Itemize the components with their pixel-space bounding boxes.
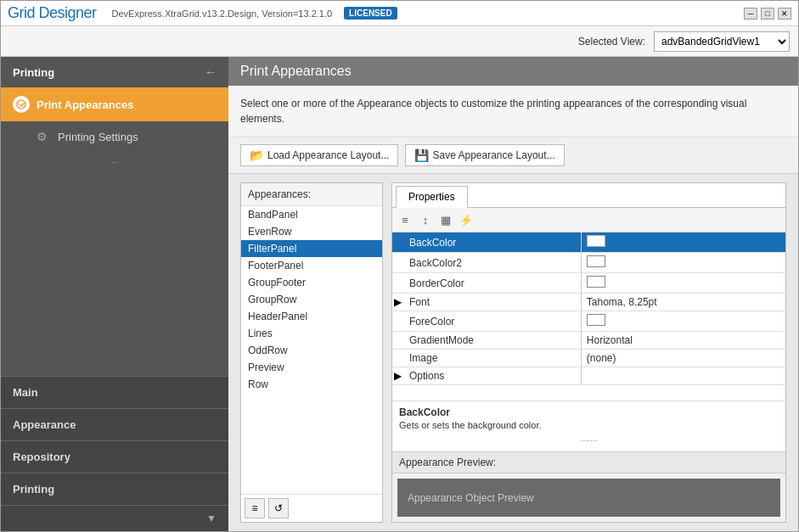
sidebar-item-printing-settings[interactable]: ⚙ Printing Settings <box>1 121 228 152</box>
selected-view-select[interactable]: advBandedGridView1 <box>654 31 790 52</box>
desc-dots: ....... <box>399 430 779 446</box>
restore-button[interactable]: □ <box>761 8 774 20</box>
panel-description: Select one or more of the Appearance obj… <box>228 86 798 137</box>
load-btn-label: Load Appearance Layout... <box>267 149 389 161</box>
appearances-panel: Appearances: BandPanel EvenRow FilterPan… <box>240 182 383 523</box>
main-window: Grid Designer DevExpress.XtraGrid.v13.2.… <box>0 0 799 532</box>
prop-row-image[interactable]: Image (none) <box>392 350 785 367</box>
appearance-reset-button[interactable]: ↺ <box>268 498 289 518</box>
appearances-toolbar: ≡ ↺ <box>241 494 382 522</box>
arrow-down-icon: ▼ <box>206 512 217 524</box>
properties-panel: Properties ≡ ↕ ▦ ⚡ <box>391 182 786 523</box>
expand-arrow-font: ▶ <box>394 296 402 308</box>
sidebar: Printing ← Print Appearances ⚙ Printing … <box>1 57 228 531</box>
desc-text: Gets or sets the background color. <box>399 420 779 430</box>
prop-value-backcolor2 <box>581 253 785 273</box>
sidebar-nav-appearance[interactable]: Appearance <box>1 408 228 440</box>
print-appearances-icon <box>13 96 30 113</box>
prop-value-bordercolor <box>581 273 785 294</box>
sidebar-nav-printing[interactable]: Printing <box>1 473 228 505</box>
preview-box: Appearance Object Preview <box>397 479 780 517</box>
right-panel: Print Appearances Select one or more of … <box>228 57 798 531</box>
prop-value-forecolor <box>581 311 785 332</box>
appearances-list: BandPanel EvenRow FilterPanel FooterPane… <box>241 206 382 494</box>
appearance-item-lines[interactable]: Lines <box>241 325 382 342</box>
appearance-item-oddrow[interactable]: OddRow <box>241 342 382 359</box>
prop-row-backcolor[interactable]: BackColor <box>392 232 785 253</box>
tab-properties[interactable]: Properties <box>396 186 468 208</box>
prop-grid-button[interactable]: ▦ <box>436 210 455 229</box>
prop-name-backcolor: BackColor <box>404 232 581 253</box>
title-bar: Grid Designer DevExpress.XtraGrid.v13.2.… <box>1 1 798 26</box>
prop-row-bordercolor[interactable]: BorderColor <box>392 273 785 294</box>
sidebar-nav-main[interactable]: Main <box>1 376 228 408</box>
load-icon: 📂 <box>250 148 264 162</box>
prop-expand-font: ▶ <box>392 294 404 311</box>
prop-name-options: Options <box>404 367 581 385</box>
prop-expand-backcolor2 <box>392 253 404 273</box>
expand-arrow-options: ▶ <box>394 370 402 382</box>
prop-sort-alpha-button[interactable]: ↕ <box>416 210 435 229</box>
properties-tab-bar: Properties <box>392 183 785 208</box>
sidebar-section-header: Printing ← <box>1 57 228 87</box>
appearance-item-filterpanel[interactable]: FilterPanel <box>241 240 382 257</box>
prop-value-image: (none) <box>581 350 785 367</box>
preview-text: Appearance Object Preview <box>408 492 534 504</box>
prop-name-font: Font <box>404 294 581 311</box>
property-description-area: BackColor Gets or sets the background co… <box>392 400 785 451</box>
prop-row-backcolor2[interactable]: BackColor2 <box>392 253 785 273</box>
licensed-badge: LICENSED <box>344 7 397 20</box>
prop-value-options <box>581 367 785 385</box>
prop-name-backcolor2: BackColor2 <box>404 253 581 273</box>
prop-expand-backcolor <box>392 232 404 253</box>
sidebar-nav-repository[interactable]: Repository <box>1 440 228 473</box>
appearance-item-bandpanel[interactable]: BandPanel <box>241 206 382 223</box>
header-bar: Selected View: advBandedGridView1 <box>1 26 798 57</box>
prop-row-font[interactable]: ▶ Font Tahoma, 8.25pt <box>392 294 785 311</box>
prop-sort-cat-button[interactable]: ≡ <box>396 210 414 229</box>
panel-toolbar: 📂 Load Appearance Layout... 💾 Save Appea… <box>228 137 798 174</box>
appearance-item-footerpanel[interactable]: FooterPanel <box>241 257 382 274</box>
printing-settings-icon: ⚙ <box>37 130 48 143</box>
sidebar-section-title: Printing <box>13 66 54 79</box>
appearance-item-preview[interactable]: Preview <box>241 359 382 376</box>
prop-row-forecolor[interactable]: ForeColor <box>392 311 785 332</box>
selected-view-label: Selected View: <box>578 36 645 48</box>
sidebar-back-button[interactable]: ← <box>205 65 217 79</box>
prop-events-button[interactable]: ⚡ <box>457 210 475 229</box>
prop-row-gradientmode[interactable]: GradientMode Horizontal <box>392 332 785 350</box>
title-bar-left: Grid Designer DevExpress.XtraGrid.v13.2.… <box>8 4 397 22</box>
prop-name-forecolor: ForeColor <box>404 311 581 332</box>
appearance-item-evenrow[interactable]: EvenRow <box>241 223 382 240</box>
appearance-item-grouprow[interactable]: GroupRow <box>241 291 382 308</box>
panel-area: Appearances: BandPanel EvenRow FilterPan… <box>228 174 798 531</box>
appearance-item-groupfooter[interactable]: GroupFooter <box>241 274 382 291</box>
save-btn-label: Save Appearance Layout... <box>432 149 554 161</box>
appearance-preview-area: Appearance Preview: Appearance Object Pr… <box>392 451 785 522</box>
preview-label: Appearance Preview: <box>392 452 785 473</box>
sidebar-item-label-print-appearances: Print Appearances <box>37 98 133 111</box>
description-text: Select one or more of the Appearance obj… <box>240 98 746 125</box>
sidebar-scroll-down[interactable]: ▼ <box>1 505 228 531</box>
appearance-item-headerpanel[interactable]: HeaderPanel <box>241 308 382 325</box>
nav-label-repository: Repository <box>13 451 70 463</box>
prop-name-image: Image <box>404 350 581 367</box>
minimize-button[interactable]: ─ <box>744 8 757 20</box>
appearances-label: Appearances: <box>241 183 382 206</box>
appearance-copy-button[interactable]: ≡ <box>245 498 265 518</box>
prop-value-gradientmode: Horizontal <box>581 332 785 350</box>
save-appearance-button[interactable]: 💾 Save Appearance Layout... <box>405 144 564 166</box>
close-button[interactable]: ✕ <box>778 8 791 20</box>
prop-name-gradientmode: GradientMode <box>404 332 581 350</box>
panel-title-text: Print Appearances <box>240 64 352 78</box>
prop-row-options[interactable]: ▶ Options <box>392 367 785 385</box>
prop-expand-gradientmode <box>392 332 404 350</box>
nav-label-printing: Printing <box>13 483 54 496</box>
appearance-item-row[interactable]: Row <box>241 376 382 393</box>
nav-label-main: Main <box>13 386 38 399</box>
load-appearance-button[interactable]: 📂 Load Appearance Layout... <box>240 144 398 166</box>
prop-value-font: Tahoma, 8.25pt <box>581 294 785 311</box>
sidebar-item-print-appearances[interactable]: Print Appearances <box>1 87 228 121</box>
sidebar-dots: ... <box>1 152 228 168</box>
properties-table: BackColor BackColor2 <box>392 232 785 400</box>
